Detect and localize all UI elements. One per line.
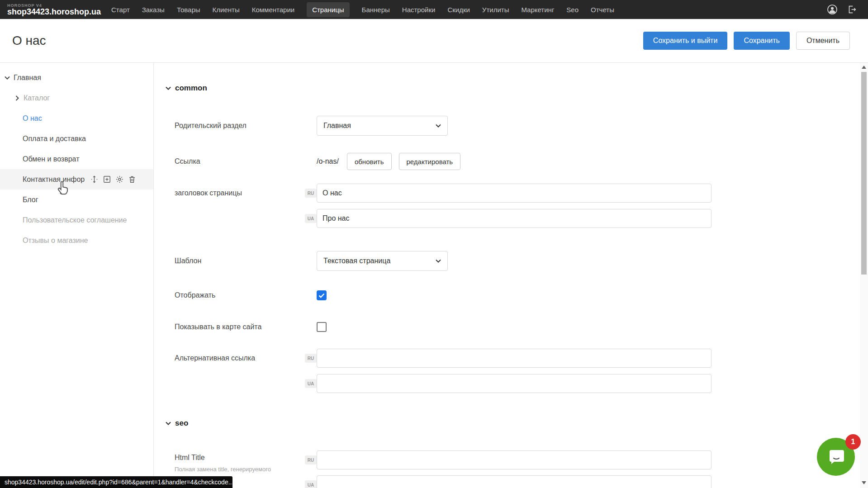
account-icon[interactable]	[827, 4, 838, 15]
drag-move-icon[interactable]	[90, 175, 99, 184]
parent-section-select[interactable]: Главная	[317, 116, 448, 136]
check-icon	[318, 293, 325, 298]
section-seo[interactable]: seo	[166, 419, 188, 428]
sidebar-item-blog[interactable]: Блог	[0, 190, 153, 210]
page-title-ru-input[interactable]	[317, 184, 711, 203]
sidebar-item-label: Оплата и доставка	[23, 135, 86, 143]
template-value: Текстовая страница	[323, 257, 390, 265]
scroll-down-arrow-icon[interactable]	[862, 481, 866, 484]
scrollbar-thumb[interactable]	[861, 72, 867, 275]
save-button[interactable]: Сохранить	[734, 32, 790, 50]
nav-item-marketing[interactable]: Маркетинг	[521, 2, 554, 17]
template-label: Шаблон	[175, 257, 317, 265]
parent-section-value: Главная	[323, 122, 351, 130]
template-row: Шаблон Текстовая страница	[175, 251, 448, 271]
ua-lang-tag: UA	[305, 480, 317, 488]
section-common[interactable]: common	[166, 84, 207, 93]
link-edit-button[interactable]: редактировать	[399, 153, 461, 170]
nav-item-products[interactable]: Товары	[177, 2, 200, 17]
page-title-ua-input[interactable]	[317, 209, 711, 228]
chevron-down-icon	[436, 259, 441, 263]
sidebar-item-label: Пользовательское соглашение	[23, 216, 127, 224]
display-checkbox[interactable]	[317, 290, 327, 300]
add-page-icon[interactable]	[103, 175, 111, 184]
cancel-button[interactable]: Отменить	[796, 32, 850, 50]
logo: HOROSHOP V4 shop34423.horoshop.ua	[7, 3, 107, 16]
vertical-scrollbar[interactable]	[860, 63, 868, 488]
ru-lang-tag: RU	[305, 189, 317, 198]
display-row: Отображать	[175, 290, 327, 301]
delete-trash-icon[interactable]	[128, 175, 136, 184]
nav-item-seo[interactable]: Seo	[566, 2, 579, 17]
chevron-down-icon	[166, 422, 171, 425]
chevron-down-icon	[166, 86, 171, 90]
settings-gear-icon[interactable]	[115, 175, 124, 184]
chevron-right-icon[interactable]	[15, 95, 21, 101]
page-edit-form: common Родительский раздел Главная Ссылк…	[154, 63, 860, 488]
link-refresh-button[interactable]: обновить	[347, 153, 392, 170]
nav-item-discounts[interactable]: Скидки	[447, 2, 470, 17]
sidebar-item-home[interactable]: Главная	[0, 67, 153, 88]
sidebar-item-payment-delivery[interactable]: Оплата и доставка	[0, 128, 153, 149]
nav-item-clients[interactable]: Клиенты	[213, 2, 240, 17]
sidebar-item-label: Каталог	[24, 94, 50, 102]
nav-item-pages[interactable]: Страницы	[307, 2, 349, 17]
parent-section-row: Родительский раздел Главная	[175, 116, 448, 136]
nav-item-start[interactable]: Старт	[111, 2, 130, 17]
nav-item-comments[interactable]: Комментарии	[252, 2, 294, 17]
alt-link-label: Альтернативная ссылка	[175, 354, 305, 362]
sitemap-row: Показывать в карте сайта	[175, 322, 327, 332]
ua-lang-tag: UA	[305, 214, 317, 223]
template-select[interactable]: Текстовая страница	[317, 251, 448, 271]
link-row: Ссылка /o-nas/ обновить редактировать	[175, 152, 468, 171]
nav-item-banners[interactable]: Баннеры	[362, 2, 390, 17]
section-common-label: common	[175, 84, 207, 93]
status-url-bar: shop34423.horoshop.ua/edit/edit.php?id=6…	[0, 476, 232, 488]
save-and-exit-button[interactable]: Сохранить и выйти	[643, 32, 728, 50]
parent-section-label: Родительский раздел	[175, 122, 317, 130]
sidebar-item-store-reviews[interactable]: Отзывы о магазине	[0, 230, 153, 251]
html-title-ru-row: Html Title Полная замена title, генериру…	[175, 448, 711, 473]
chat-widget-button[interactable]: 1	[817, 438, 855, 476]
sitemap-checkbox[interactable]	[317, 322, 327, 332]
sitemap-label: Показывать в карте сайта	[175, 323, 317, 331]
page-header: О нас Сохранить и выйти Сохранить Отмени…	[0, 19, 868, 62]
pages-tree-sidebar: Главная Каталог О нас Оплата и доставка …	[0, 63, 154, 488]
ua-lang-tag: UA	[305, 379, 317, 388]
alt-link-ua-input[interactable]	[317, 374, 711, 393]
chat-unread-badge: 1	[845, 434, 861, 450]
scroll-up-arrow-icon[interactable]	[862, 66, 866, 69]
html-title-ru-input[interactable]	[317, 450, 711, 469]
nav-item-reports[interactable]: Отчеты	[591, 2, 614, 17]
chevron-down-icon[interactable]	[5, 76, 10, 80]
link-label: Ссылка	[175, 157, 317, 166]
html-title-ua-row: UA	[175, 475, 711, 488]
sidebar-item-user-agreement[interactable]: Пользовательское соглашение	[0, 210, 153, 230]
page-title-label: заголовок страницы	[175, 189, 305, 197]
logo-version: HOROSHOP V4	[7, 3, 107, 8]
sidebar-item-o-nas[interactable]: О нас	[0, 108, 153, 128]
header-actions: Сохранить и выйти Сохранить Отменить	[643, 32, 850, 50]
sidebar-item-contact-info[interactable]: Контактная инфор	[0, 169, 153, 190]
alt-link-ru-input[interactable]	[317, 349, 711, 368]
logo-domain: shop34423.horoshop.ua	[7, 8, 107, 16]
topbar: HOROSHOP V4 shop34423.horoshop.ua Старт …	[0, 0, 868, 19]
page-title: О нас	[12, 33, 46, 48]
nav-item-utilities[interactable]: Утилиты	[482, 2, 509, 17]
sidebar-item-exchange-return[interactable]: Обмен и возврат	[0, 149, 153, 169]
alt-link-ru-row: Альтернативная ссылка RU	[175, 349, 711, 368]
logout-icon[interactable]	[847, 5, 857, 14]
sidebar-item-label: О нас	[23, 114, 42, 123]
page-title-ru-row: заголовок страницы RU	[175, 184, 711, 203]
nav-item-settings[interactable]: Настройки	[402, 2, 436, 17]
sidebar-item-label: Блог	[23, 196, 38, 204]
nav-item-orders[interactable]: Заказы	[142, 2, 165, 17]
display-label: Отображать	[175, 291, 317, 299]
sidebar-item-label: Отзывы о магазине	[23, 237, 88, 245]
ru-lang-tag: RU	[305, 455, 317, 464]
page-title-ua-row: UA	[175, 209, 711, 228]
html-title-label: Html Title	[175, 454, 205, 461]
sidebar-item-catalog[interactable]: Каталог	[0, 88, 153, 108]
html-title-ua-input[interactable]	[317, 475, 711, 488]
sidebar-item-label: Контактная инфор	[23, 175, 85, 184]
